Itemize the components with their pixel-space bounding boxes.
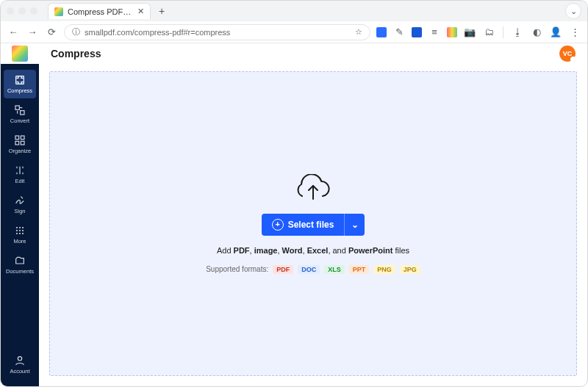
page-title: Compress <box>51 48 101 59</box>
svg-point-9 <box>22 227 24 228</box>
forward-button[interactable]: → <box>26 26 39 39</box>
edit-icon <box>14 164 26 176</box>
extension-row: ✎ ≡ 📷 🗂 ⭳ ◐ 👤 ⋮ <box>376 26 581 39</box>
svg-rect-1 <box>15 106 19 109</box>
back-button[interactable]: ← <box>7 26 20 39</box>
svg-point-10 <box>16 230 18 231</box>
extension-icon[interactable] <box>376 27 387 37</box>
sidebar-label: Documents <box>6 268 34 275</box>
menu-icon[interactable]: ⋮ <box>568 26 581 39</box>
sidebar-item-edit[interactable]: Edit <box>4 160 36 189</box>
format-badge-pdf: PDF <box>273 265 293 274</box>
download-icon[interactable]: ⭳ <box>511 26 524 39</box>
file-dropzone[interactable]: + Select files ⌄ Add PDF, image, Word, E… <box>49 71 577 376</box>
minimize-window-icon[interactable] <box>18 7 26 15</box>
extension-icon[interactable]: 🗂 <box>482 26 495 39</box>
sidebar-item-account[interactable]: Account <box>4 350 36 379</box>
sign-icon <box>14 195 26 206</box>
canvas: + Select files ⌄ Add PDF, image, Word, E… <box>39 64 587 386</box>
account-icon <box>14 355 26 366</box>
maximize-window-icon[interactable] <box>30 7 37 15</box>
close-tab-icon[interactable]: ✕ <box>137 7 144 16</box>
address-bar[interactable]: ⓘ smallpdf.com/compress-pdf#r=compress ☆ <box>64 24 370 40</box>
tab-title: Compress PDF: Reduce File S <box>68 7 133 16</box>
plus-circle-icon: + <box>272 219 284 231</box>
compress-icon <box>14 74 26 86</box>
page: Compress Convert Organize Edit Sign <box>1 43 587 386</box>
svg-point-15 <box>22 233 24 234</box>
organize-icon <box>14 134 26 146</box>
url-text: smallpdf.com/compress-pdf#r=compress <box>85 28 351 37</box>
format-badge-doc: DOC <box>298 265 320 274</box>
new-tab-button[interactable]: + <box>155 4 168 18</box>
reload-button[interactable]: ⟳ <box>45 26 58 39</box>
sidebar-label: More <box>13 238 26 245</box>
logo-icon <box>12 46 28 62</box>
extension-icon[interactable] <box>412 27 422 37</box>
camera-icon[interactable]: 📷 <box>463 26 476 39</box>
svg-point-7 <box>16 227 18 228</box>
sidebar-label: Edit <box>15 178 25 184</box>
svg-rect-4 <box>21 136 24 140</box>
tab-strip: Compress PDF: Reduce File S ✕ + ⌄ <box>1 1 587 21</box>
extension-icon[interactable]: ≡ <box>428 26 441 39</box>
sidebar-label: Compress <box>7 87 32 94</box>
svg-rect-3 <box>15 136 19 140</box>
sidebar-item-documents[interactable]: Documents <box>4 250 36 279</box>
contrast-icon[interactable]: ◐ <box>530 26 543 39</box>
sidebar-label: Sign <box>14 208 25 214</box>
select-files-button[interactable]: + Select files <box>262 214 345 236</box>
formats-label: Supported formats: <box>206 265 268 273</box>
bookmark-star-icon[interactable]: ☆ <box>355 27 362 37</box>
svg-point-12 <box>22 230 24 231</box>
sidebar-label: Organize <box>9 148 31 154</box>
format-badge-png: PNG <box>373 265 395 274</box>
extension-icon[interactable] <box>447 27 457 37</box>
svg-point-14 <box>19 233 21 234</box>
svg-point-11 <box>19 230 21 231</box>
format-badge-ppt: PPT <box>349 265 370 274</box>
favicon-icon <box>54 7 63 16</box>
select-files-group: + Select files ⌄ <box>262 214 365 236</box>
site-info-icon[interactable]: ⓘ <box>72 26 80 37</box>
app-logo[interactable] <box>1 43 39 64</box>
user-avatar[interactable]: VC <box>559 46 576 62</box>
sidebar-item-more[interactable]: More <box>4 220 36 249</box>
convert-icon <box>14 104 26 116</box>
svg-rect-2 <box>21 111 24 115</box>
browser-toolbar: ← → ⟳ ⓘ smallpdf.com/compress-pdf#r=comp… <box>1 21 587 43</box>
format-badge-xls: XLS <box>324 265 345 274</box>
browser-window: Compress PDF: Reduce File S ✕ + ⌄ ← → ⟳ … <box>0 0 588 387</box>
sidebar-item-sign[interactable]: Sign <box>4 190 36 219</box>
format-badge-jpg: JPG <box>400 265 420 274</box>
chevron-down-icon: ⌄ <box>351 220 359 230</box>
supported-formats: Supported formats: PDF DOC XLS PPT PNG J… <box>206 265 420 274</box>
sidebar-item-organize[interactable]: Organize <box>4 130 36 159</box>
close-window-icon[interactable] <box>7 7 14 15</box>
select-files-dropdown[interactable]: ⌄ <box>344 214 365 236</box>
svg-point-16 <box>18 357 21 361</box>
page-header: Compress VC <box>39 43 587 64</box>
sidebar-label: Convert <box>10 117 29 124</box>
sidebar-nav: Compress Convert Organize Edit Sign <box>4 64 36 285</box>
svg-point-13 <box>16 233 18 234</box>
main-area: Compress VC + Select files <box>39 43 587 386</box>
svg-rect-5 <box>15 141 19 145</box>
browser-tab[interactable]: Compress PDF: Reduce File S ✕ <box>48 3 151 19</box>
sidebar-item-convert[interactable]: Convert <box>4 100 36 129</box>
svg-rect-0 <box>16 76 24 84</box>
select-files-label: Select files <box>288 220 334 230</box>
sidebar: Compress Convert Organize Edit Sign <box>1 43 39 386</box>
svg-rect-6 <box>21 141 24 145</box>
profile-icon[interactable]: 👤 <box>549 26 562 39</box>
window-collapse-button[interactable]: ⌄ <box>565 3 581 19</box>
svg-point-8 <box>19 227 21 228</box>
cloud-upload-icon <box>293 174 333 203</box>
window-controls <box>7 7 37 15</box>
sidebar-label: Account <box>10 368 29 375</box>
dropzone-description: Add PDF, image, Word, Excel, and PowerPo… <box>217 246 409 255</box>
more-icon <box>14 225 26 236</box>
documents-icon <box>14 255 26 267</box>
sidebar-item-compress[interactable]: Compress <box>4 70 36 98</box>
extension-icon[interactable]: ✎ <box>392 26 406 39</box>
